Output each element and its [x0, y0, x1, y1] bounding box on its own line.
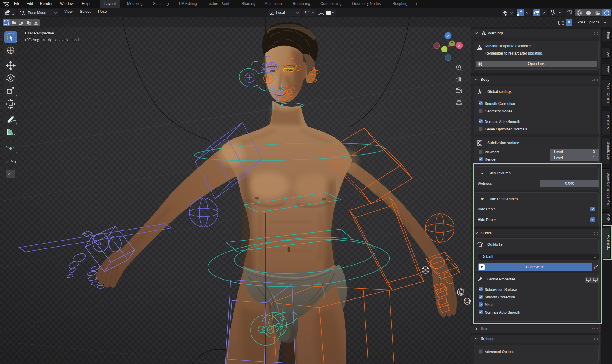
svg-text:Y: Y — [451, 42, 453, 45]
svg-text:Z: Z — [447, 34, 449, 38]
svg-text:X: X — [458, 44, 461, 48]
